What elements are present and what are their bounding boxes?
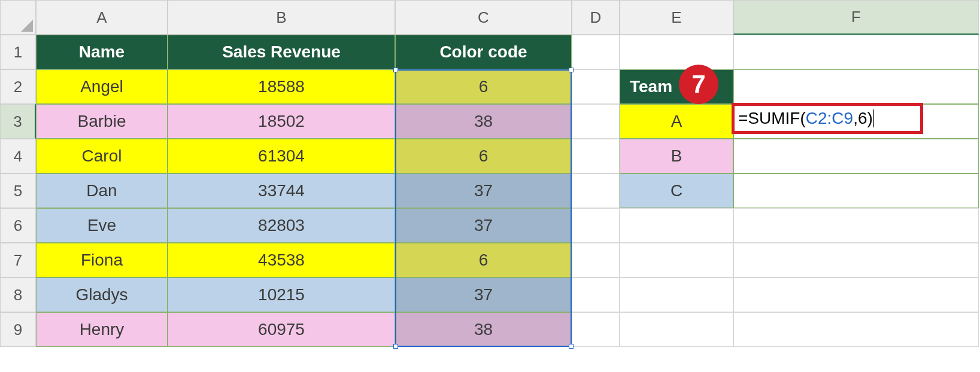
row-header-6[interactable]: 6 [0, 208, 36, 243]
cell-D1[interactable] [572, 35, 620, 69]
cell-E6[interactable] [620, 208, 733, 243]
cell-C8[interactable]: 37 [395, 278, 572, 312]
formula-text-ref: C2:C9 [806, 109, 853, 128]
cell-B3[interactable]: 18502 [168, 104, 395, 139]
formula-text-suffix: ,6) [853, 109, 873, 128]
cell-E1[interactable] [620, 35, 733, 69]
cell-D6[interactable] [572, 208, 620, 243]
row-header-8[interactable]: 8 [0, 278, 36, 312]
col-header-D[interactable]: D [572, 0, 620, 35]
row-header-9[interactable]: 9 [0, 312, 36, 347]
col-header-B[interactable]: B [168, 0, 395, 35]
cell-A4[interactable]: Carol [36, 139, 168, 173]
cell-B9[interactable]: 60975 [168, 312, 395, 347]
cell-F6[interactable] [733, 208, 979, 243]
row-header-2[interactable]: 2 [0, 69, 36, 104]
row-header-7[interactable]: 7 [0, 243, 36, 278]
row-header-4[interactable]: 4 [0, 139, 36, 173]
cell-E9[interactable] [620, 312, 733, 347]
cell-C1[interactable]: Color code [395, 35, 572, 69]
cell-E8[interactable] [620, 278, 733, 312]
cell-A3[interactable]: Barbie [36, 104, 168, 139]
cell-C6[interactable]: 37 [395, 208, 572, 243]
cell-C3[interactable]: 38 [395, 104, 572, 139]
col-header-F[interactable]: F [733, 0, 979, 35]
cell-D8[interactable] [572, 278, 620, 312]
cell-E5[interactable]: C [620, 173, 733, 208]
cell-B2[interactable]: 18588 [168, 69, 395, 104]
cell-F7[interactable] [733, 243, 979, 278]
cell-A1[interactable]: Name [36, 35, 168, 69]
cell-F5[interactable] [733, 173, 979, 208]
cell-D7[interactable] [572, 243, 620, 278]
cell-B4[interactable]: 61304 [168, 139, 395, 173]
cell-A9[interactable]: Henry [36, 312, 168, 347]
row-header-3[interactable]: 3 [0, 104, 36, 139]
row-header-1[interactable]: 1 [0, 35, 36, 69]
cell-C2[interactable]: 6 [395, 69, 572, 104]
formula-text-prefix: =SUMIF( [738, 109, 806, 128]
cell-E3[interactable]: A [620, 104, 733, 139]
col-header-C[interactable]: C [395, 0, 572, 35]
cell-D4[interactable] [572, 139, 620, 173]
row-header-5[interactable]: 5 [0, 173, 36, 208]
cell-C7[interactable]: 6 [395, 243, 572, 278]
cell-F8[interactable] [733, 278, 979, 312]
cell-F2[interactable] [733, 69, 979, 104]
cell-B8[interactable]: 10215 [168, 278, 395, 312]
cell-B6[interactable]: 82803 [168, 208, 395, 243]
text-cursor [873, 109, 874, 127]
col-header-A[interactable]: A [36, 0, 168, 35]
cell-D9[interactable] [572, 312, 620, 347]
cell-C5[interactable]: 37 [395, 173, 572, 208]
cell-E4[interactable]: B [620, 139, 733, 173]
cell-D2[interactable] [572, 69, 620, 104]
select-all-corner[interactable] [0, 0, 36, 35]
cell-B5[interactable]: 33744 [168, 173, 395, 208]
cell-A2[interactable]: Angel [36, 69, 168, 104]
cell-D3[interactable] [572, 104, 620, 139]
step-callout: 7 [679, 65, 718, 104]
col-header-E[interactable]: E [620, 0, 733, 35]
cell-D5[interactable] [572, 173, 620, 208]
cell-A5[interactable]: Dan [36, 173, 168, 208]
cell-A6[interactable]: Eve [36, 208, 168, 243]
cell-B1[interactable]: Sales Revenue [168, 35, 395, 69]
cell-A8[interactable]: Gladys [36, 278, 168, 312]
cell-A7[interactable]: Fiona [36, 243, 168, 278]
cell-F9[interactable] [733, 312, 979, 347]
formula-edit-box[interactable]: =SUMIF(C2:C9,6) [732, 103, 923, 134]
cell-C9[interactable]: 38 [395, 312, 572, 347]
cell-F1[interactable] [733, 35, 979, 69]
cell-C4[interactable]: 6 [395, 139, 572, 173]
cell-F4[interactable] [733, 139, 979, 173]
cell-E7[interactable] [620, 243, 733, 278]
cell-B7[interactable]: 43538 [168, 243, 395, 278]
